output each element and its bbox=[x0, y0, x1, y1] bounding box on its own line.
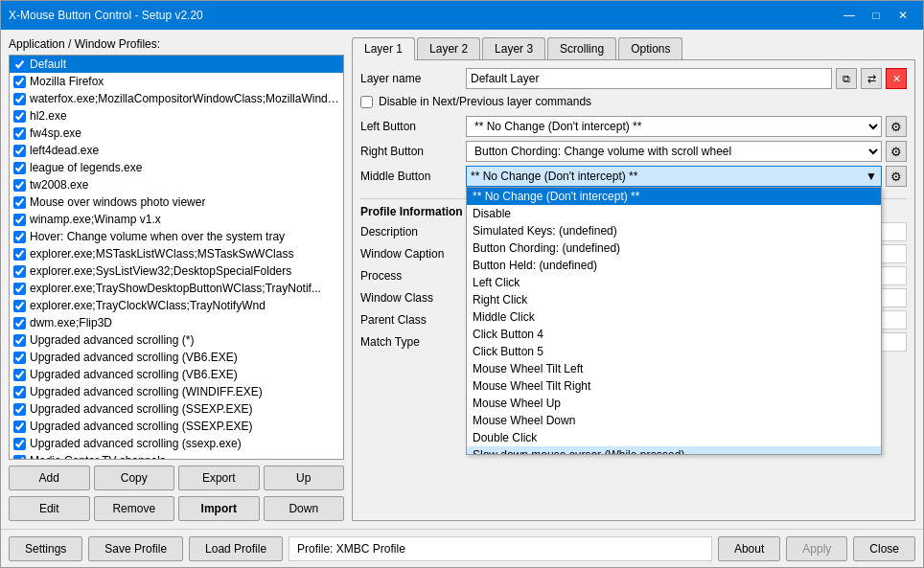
close-button[interactable]: ✕ bbox=[890, 6, 915, 25]
dropdown-item-slow-while-pressed[interactable]: Slow down mouse cursor (While pressed) bbox=[467, 446, 881, 455]
profile-checkbox[interactable] bbox=[13, 93, 26, 105]
list-item[interactable]: dwm.exe;Flip3D bbox=[10, 314, 343, 331]
dropdown-item-wheel-up[interactable]: Mouse Wheel Up bbox=[467, 395, 881, 412]
list-item[interactable]: explorer.exe;TrayClockWClass;TrayNotifyW… bbox=[10, 297, 343, 314]
profile-checkbox[interactable] bbox=[13, 265, 26, 278]
list-item[interactable]: Mozilla Firefox bbox=[10, 73, 343, 90]
profile-checkbox[interactable] bbox=[13, 214, 26, 226]
layer-name-input[interactable] bbox=[466, 68, 832, 89]
dropdown-item-tilt-right[interactable]: Mouse Wheel Tilt Right bbox=[467, 377, 881, 395]
list-item[interactable]: Upgraded advanced scrolling (SSEXP.EXE) bbox=[10, 418, 343, 435]
profile-checkbox[interactable] bbox=[13, 283, 26, 295]
profile-checkbox[interactable] bbox=[13, 334, 26, 347]
copy-button[interactable]: Copy bbox=[94, 466, 175, 490]
import-button[interactable]: Import bbox=[178, 496, 260, 521]
dropdown-item-tilt-left[interactable]: Mouse Wheel Tilt Left bbox=[467, 360, 881, 377]
tab-scrolling[interactable]: Scrolling bbox=[547, 37, 616, 59]
profile-checkbox[interactable] bbox=[13, 317, 26, 329]
profile-checkbox[interactable] bbox=[13, 145, 26, 157]
copy-layer-button[interactable]: ⧉ bbox=[836, 68, 857, 89]
profile-checkbox[interactable] bbox=[13, 420, 26, 433]
profile-checkbox[interactable] bbox=[13, 110, 26, 123]
dropdown-item-simkeys[interactable]: Simulated Keys: (undefined) bbox=[467, 222, 881, 239]
list-item[interactable]: Upgraded advanced scrolling (VB6.EXE) bbox=[10, 349, 343, 366]
disable-checkbox[interactable] bbox=[360, 96, 373, 108]
list-item[interactable]: tw2008.exe bbox=[10, 176, 343, 193]
list-item[interactable]: left4dead.exe bbox=[10, 142, 343, 159]
profile-checkbox[interactable] bbox=[13, 386, 26, 398]
maximize-button[interactable]: □ bbox=[864, 6, 889, 25]
list-item[interactable]: explorer.exe;TrayShowDesktopButtonWClass… bbox=[10, 280, 343, 297]
list-item[interactable]: fw4sp.exe bbox=[10, 125, 343, 142]
dropdown-item-middle-click[interactable]: Middle Click bbox=[467, 308, 881, 326]
list-item[interactable]: explorer.exe;MSTaskListWClass;MSTaskSwWC… bbox=[10, 245, 343, 262]
tab-layer3[interactable]: Layer 3 bbox=[482, 37, 545, 59]
add-button[interactable]: Add bbox=[9, 466, 90, 490]
tab-options[interactable]: Options bbox=[618, 37, 682, 59]
list-item[interactable]: Upgraded advanced scrolling (*) bbox=[10, 331, 343, 349]
list-item[interactable]: league of legends.exe bbox=[10, 159, 343, 176]
down-button[interactable]: Down bbox=[264, 496, 345, 521]
export-button[interactable]: Export bbox=[178, 466, 260, 490]
dropdown-item-btn4[interactable]: Click Button 4 bbox=[467, 326, 881, 343]
list-item[interactable]: explorer.exe;SysListView32;DesktopSpecia… bbox=[10, 262, 343, 280]
list-item[interactable]: Media Center TV channels bbox=[10, 452, 343, 459]
middle-button-gear[interactable]: ⚙ bbox=[886, 166, 907, 187]
tab-layer2[interactable]: Layer 2 bbox=[417, 37, 480, 59]
list-item[interactable]: Upgraded advanced scrolling (ssexp.exe) bbox=[10, 435, 343, 452]
profile-checkbox[interactable] bbox=[13, 455, 26, 460]
profile-checkbox[interactable] bbox=[13, 179, 26, 192]
list-item[interactable]: hl2.exe bbox=[10, 107, 343, 125]
list-item[interactable]: waterfox.exe;MozillaCompositorWindowClas… bbox=[10, 90, 343, 107]
profile-checkbox[interactable] bbox=[13, 300, 26, 312]
list-item[interactable]: winamp.exe;Winamp v1.x bbox=[10, 211, 343, 228]
edit-button[interactable]: Edit bbox=[9, 496, 90, 521]
dropdown-item-btn-chording[interactable]: Button Chording: (undefined) bbox=[467, 239, 881, 257]
list-item[interactable]: Upgraded advanced scrolling (VB6.EXE) bbox=[10, 366, 343, 383]
middle-button-row: Middle Button ** No Change (Don't interc… bbox=[360, 166, 907, 187]
dropdown-item-btn-held[interactable]: Button Held: (undefined) bbox=[467, 257, 881, 274]
profile-checkbox[interactable] bbox=[13, 196, 26, 209]
dropdown-item-right-click[interactable]: Right Click bbox=[467, 291, 881, 308]
left-button-gear[interactable]: ⚙ bbox=[886, 116, 907, 137]
dropdown-item-left-click[interactable]: Left Click bbox=[467, 274, 881, 291]
delete-layer-button[interactable]: ✕ bbox=[886, 68, 907, 89]
about-button[interactable]: About bbox=[718, 536, 780, 561]
right-button-label: Right Button bbox=[360, 145, 466, 158]
settings-button[interactable]: Settings bbox=[9, 536, 82, 561]
apply-button[interactable]: Apply bbox=[786, 536, 847, 561]
profile-checkbox[interactable] bbox=[13, 162, 26, 174]
profile-list[interactable]: DefaultMozilla Firefoxwaterfox.exe;Mozil… bbox=[10, 56, 343, 459]
dropdown-item-disable[interactable]: Disable bbox=[467, 205, 881, 222]
profile-checkbox[interactable] bbox=[13, 231, 26, 243]
profile-checkbox[interactable] bbox=[13, 248, 26, 261]
profile-checkbox[interactable] bbox=[13, 369, 26, 381]
load-profile-button[interactable]: Load Profile bbox=[189, 536, 283, 561]
dropdown-item-wheel-down[interactable]: Mouse Wheel Down bbox=[467, 412, 881, 429]
list-item[interactable]: Default bbox=[10, 56, 343, 73]
list-item[interactable]: Hover: Change volume when over the syste… bbox=[10, 228, 343, 245]
dropdown-item-btn5[interactable]: Click Button 5 bbox=[467, 343, 881, 360]
save-profile-button[interactable]: Save Profile bbox=[88, 536, 183, 561]
right-button-select[interactable]: Button Chording: Change volume with scro… bbox=[466, 141, 882, 162]
profile-checkbox[interactable] bbox=[13, 352, 26, 364]
right-button-gear[interactable]: ⚙ bbox=[886, 141, 907, 162]
tab-layer1[interactable]: Layer 1 bbox=[352, 37, 415, 60]
minimize-button[interactable]: — bbox=[837, 6, 862, 25]
profile-checkbox[interactable] bbox=[13, 58, 26, 71]
dropdown-item-no-change[interactable]: ** No Change (Don't intercept) ** bbox=[467, 188, 881, 205]
list-item[interactable]: Upgraded advanced scrolling (SSEXP.EXE) bbox=[10, 400, 343, 418]
profile-checkbox[interactable] bbox=[13, 76, 26, 88]
up-button[interactable]: Up bbox=[264, 466, 345, 490]
remove-button[interactable]: Remove bbox=[94, 496, 175, 521]
dropdown-item-double-click[interactable]: Double Click bbox=[467, 429, 881, 446]
profile-checkbox[interactable] bbox=[13, 438, 26, 450]
list-item[interactable]: Mouse over windows photo viewer bbox=[10, 193, 343, 211]
close-window-button[interactable]: Close bbox=[853, 536, 915, 561]
middle-dropdown-trigger[interactable]: ** No Change (Don't intercept) ** ▼ bbox=[466, 166, 882, 187]
profile-checkbox[interactable] bbox=[13, 127, 26, 140]
left-button-select[interactable]: ** No Change (Don't intercept) ** bbox=[466, 116, 882, 137]
switch-layer-button[interactable]: ⇄ bbox=[861, 68, 882, 89]
list-item[interactable]: Upgraded advanced scrolling (WINDIFF.EXE… bbox=[10, 383, 343, 400]
profile-checkbox[interactable] bbox=[13, 403, 26, 416]
